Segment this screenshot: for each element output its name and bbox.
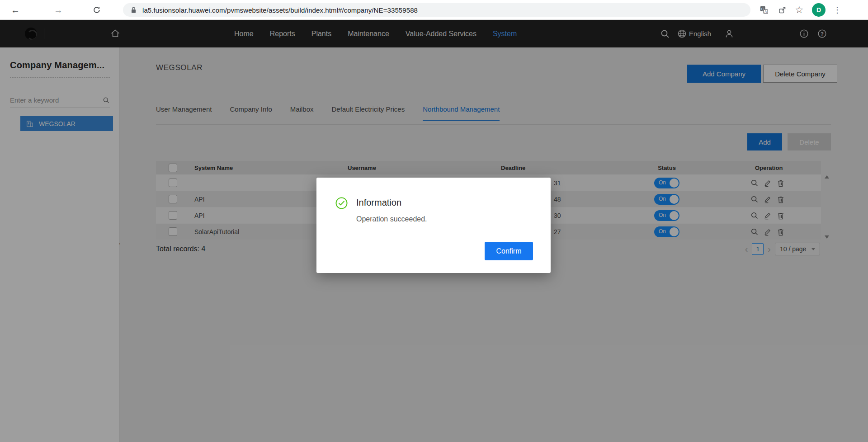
browser-reload-icon[interactable] <box>90 4 103 16</box>
svg-text:A: A <box>764 9 767 14</box>
translate-icon[interactable]: GA <box>759 5 769 15</box>
browser-back-icon[interactable]: ← <box>9 4 22 16</box>
success-check-icon <box>335 197 348 209</box>
dialog-title: Information <box>356 197 401 208</box>
browser-menu-icon[interactable]: ⋮ <box>833 5 842 15</box>
lock-icon <box>130 6 137 14</box>
browser-toolbar: ← → la5.fusionsolar.huawei.com/pvmswebsi… <box>0 0 868 20</box>
browser-profile-avatar[interactable]: D <box>812 3 826 17</box>
url-bar[interactable]: la5.fusionsolar.huawei.com/pvmswebsite/a… <box>123 3 750 17</box>
information-dialog: Information Operation succeeded. Confirm <box>316 178 551 273</box>
dialog-message: Operation succeeded. <box>356 215 427 223</box>
confirm-button[interactable]: Confirm <box>485 242 533 260</box>
screen: ← → la5.fusionsolar.huawei.com/pvmswebsi… <box>0 0 868 442</box>
bookmark-star-icon[interactable]: ☆ <box>794 5 805 15</box>
share-icon[interactable] <box>777 5 788 15</box>
url-text: la5.fusionsolar.huawei.com/pvmswebsite/a… <box>142 6 418 14</box>
browser-forward-icon[interactable]: → <box>52 4 65 16</box>
